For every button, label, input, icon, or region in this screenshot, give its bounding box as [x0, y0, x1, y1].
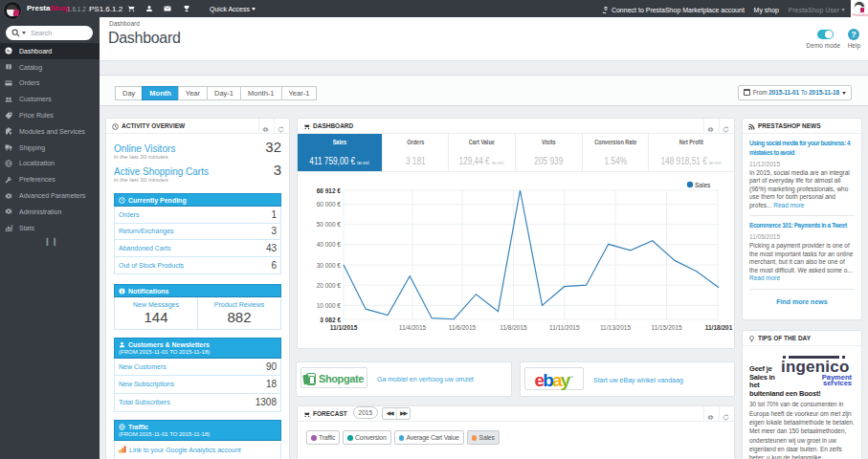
svg-text:11/1/2015: 11/1/2015 — [330, 324, 358, 331]
svg-text:11/4/2015: 11/4/2015 — [399, 324, 427, 331]
svg-text:3 082 €: 3 082 € — [320, 317, 341, 323]
svg-text:60 000 €: 60 000 € — [317, 201, 342, 208]
svg-text:66 912 €: 66 912 € — [317, 187, 342, 194]
svg-text:11/18/201: 11/18/201 — [705, 324, 733, 331]
svg-text:11/6/2015: 11/6/2015 — [449, 324, 477, 331]
svg-text:40 000 €: 40 000 € — [317, 241, 342, 248]
svg-text:11/15/2015: 11/15/2015 — [652, 324, 682, 331]
svg-text:20 000 €: 20 000 € — [317, 282, 342, 289]
svg-text:50 000 €: 50 000 € — [317, 221, 342, 228]
svg-text:11/11/2015: 11/11/2015 — [549, 324, 580, 331]
svg-text:Sales: Sales — [695, 182, 711, 188]
svg-text:11/13/2015: 11/13/2015 — [600, 324, 631, 331]
svg-text:11/8/2015: 11/8/2015 — [500, 324, 527, 331]
svg-text:10 000 €: 10 000 € — [317, 302, 342, 309]
svg-text:30 000 €: 30 000 € — [317, 262, 342, 269]
